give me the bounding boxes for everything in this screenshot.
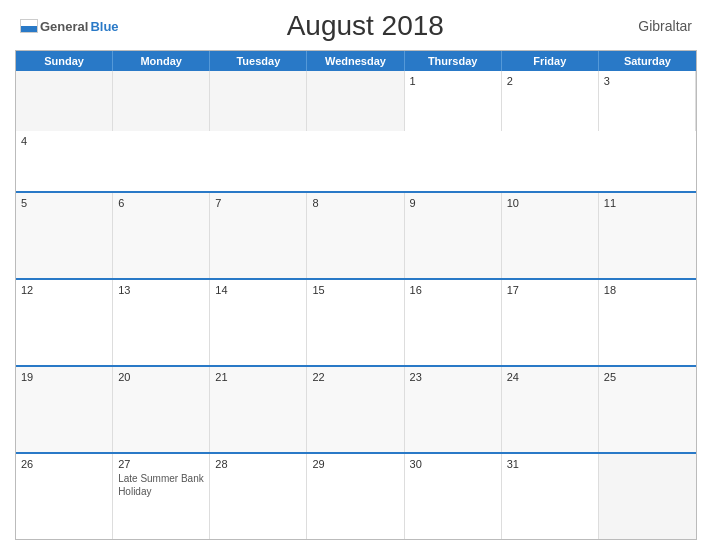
day-cell: 5 bbox=[16, 193, 113, 278]
day-number: 27 bbox=[118, 458, 204, 470]
day-number: 8 bbox=[312, 197, 398, 209]
day-cell: 21 bbox=[210, 367, 307, 452]
calendar-header: General Blue August 2018 Gibraltar bbox=[15, 10, 697, 42]
day-cell bbox=[307, 71, 404, 131]
day-number: 29 bbox=[312, 458, 398, 470]
day-cell: 20 bbox=[113, 367, 210, 452]
day-header-thursday: Thursday bbox=[405, 51, 502, 71]
day-cell: 14 bbox=[210, 280, 307, 365]
logo-flag-icon bbox=[20, 19, 38, 33]
day-number: 11 bbox=[604, 197, 691, 209]
day-number: 18 bbox=[604, 284, 691, 296]
day-number: 17 bbox=[507, 284, 593, 296]
day-cell: 24 bbox=[502, 367, 599, 452]
day-cell: 11 bbox=[599, 193, 696, 278]
day-header-wednesday: Wednesday bbox=[307, 51, 404, 71]
day-header-friday: Friday bbox=[502, 51, 599, 71]
day-number: 6 bbox=[118, 197, 204, 209]
day-header-monday: Monday bbox=[113, 51, 210, 71]
day-cell: 12 bbox=[16, 280, 113, 365]
day-cell: 9 bbox=[405, 193, 502, 278]
calendar-grid: SundayMondayTuesdayWednesdayThursdayFrid… bbox=[15, 50, 697, 540]
day-number: 22 bbox=[312, 371, 398, 383]
logo: General Blue bbox=[20, 19, 119, 34]
week-row-0: 1234 bbox=[16, 71, 696, 191]
week-row-3: 19202122232425 bbox=[16, 365, 696, 452]
day-number: 5 bbox=[21, 197, 107, 209]
event-label: Late Summer Bank Holiday bbox=[118, 472, 204, 498]
day-cell: 23 bbox=[405, 367, 502, 452]
calendar-container: General Blue August 2018 Gibraltar Sunda… bbox=[0, 0, 712, 550]
day-cell: 3 bbox=[599, 71, 696, 131]
day-cell: 22 bbox=[307, 367, 404, 452]
day-header-sunday: Sunday bbox=[16, 51, 113, 71]
day-header-saturday: Saturday bbox=[599, 51, 696, 71]
day-number: 4 bbox=[21, 135, 108, 147]
day-cell: 28 bbox=[210, 454, 307, 539]
region-label: Gibraltar bbox=[612, 18, 692, 34]
week-row-2: 12131415161718 bbox=[16, 278, 696, 365]
day-cell bbox=[113, 71, 210, 131]
day-number: 7 bbox=[215, 197, 301, 209]
days-header: SundayMondayTuesdayWednesdayThursdayFrid… bbox=[16, 51, 696, 71]
logo-general-text: General bbox=[40, 19, 88, 34]
day-cell: 7 bbox=[210, 193, 307, 278]
day-number: 21 bbox=[215, 371, 301, 383]
day-number: 13 bbox=[118, 284, 204, 296]
day-number: 1 bbox=[410, 75, 496, 87]
day-cell bbox=[210, 71, 307, 131]
calendar-title: August 2018 bbox=[119, 10, 612, 42]
day-number: 10 bbox=[507, 197, 593, 209]
day-cell: 8 bbox=[307, 193, 404, 278]
day-number: 16 bbox=[410, 284, 496, 296]
logo-blue-text: Blue bbox=[90, 19, 118, 34]
day-number: 25 bbox=[604, 371, 691, 383]
day-number: 28 bbox=[215, 458, 301, 470]
week-row-4: 2627Late Summer Bank Holiday28293031 bbox=[16, 452, 696, 539]
day-cell: 15 bbox=[307, 280, 404, 365]
day-cell: 2 bbox=[502, 71, 599, 131]
day-cell: 10 bbox=[502, 193, 599, 278]
day-cell: 18 bbox=[599, 280, 696, 365]
day-cell: 30 bbox=[405, 454, 502, 539]
day-cell: 25 bbox=[599, 367, 696, 452]
day-cell: 4 bbox=[16, 131, 113, 191]
weeks-container: 1234567891011121314151617181920212223242… bbox=[16, 71, 696, 539]
day-number: 2 bbox=[507, 75, 593, 87]
day-number: 14 bbox=[215, 284, 301, 296]
day-number: 15 bbox=[312, 284, 398, 296]
day-number: 26 bbox=[21, 458, 107, 470]
day-number: 19 bbox=[21, 371, 107, 383]
day-cell bbox=[599, 454, 696, 539]
day-number: 30 bbox=[410, 458, 496, 470]
day-cell bbox=[16, 71, 113, 131]
day-number: 24 bbox=[507, 371, 593, 383]
day-cell: 26 bbox=[16, 454, 113, 539]
day-number: 31 bbox=[507, 458, 593, 470]
day-cell: 16 bbox=[405, 280, 502, 365]
day-cell: 1 bbox=[405, 71, 502, 131]
week-row-1: 567891011 bbox=[16, 191, 696, 278]
day-cell: 6 bbox=[113, 193, 210, 278]
day-number: 3 bbox=[604, 75, 690, 87]
day-cell: 13 bbox=[113, 280, 210, 365]
day-number: 23 bbox=[410, 371, 496, 383]
day-cell: 31 bbox=[502, 454, 599, 539]
day-cell: 17 bbox=[502, 280, 599, 365]
day-number: 9 bbox=[410, 197, 496, 209]
day-number: 12 bbox=[21, 284, 107, 296]
day-cell: 19 bbox=[16, 367, 113, 452]
day-header-tuesday: Tuesday bbox=[210, 51, 307, 71]
day-number: 20 bbox=[118, 371, 204, 383]
day-cell: 29 bbox=[307, 454, 404, 539]
day-cell: 27Late Summer Bank Holiday bbox=[113, 454, 210, 539]
